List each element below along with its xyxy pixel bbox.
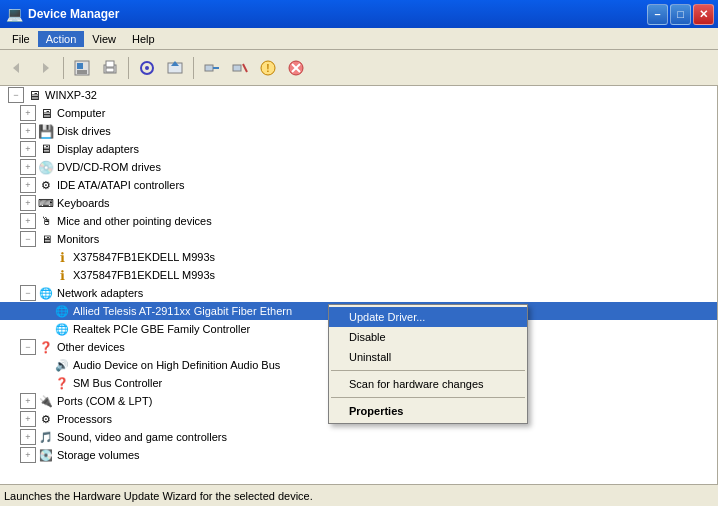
tree-item-network[interactable]: − 🌐 Network adapters [0, 284, 717, 302]
keyboard-icon: ⌨ [38, 195, 54, 211]
svg-rect-8 [106, 68, 114, 72]
print-button[interactable] [97, 55, 123, 81]
tree-item-sound[interactable]: + 🎵 Sound, video and game controllers [0, 428, 717, 446]
network-expander[interactable]: − [20, 285, 36, 301]
tree-root[interactable]: − 🖥 WINXP-32 [0, 86, 717, 104]
uninstall-toolbar-button[interactable] [283, 55, 309, 81]
network-icon: 🌐 [38, 285, 54, 301]
tree-item-computer[interactable]: + 🖥 Computer [0, 104, 717, 122]
storage-expander[interactable]: + [20, 447, 36, 463]
title-bar: 💻 Device Manager – □ ✕ [0, 0, 718, 28]
root-expander[interactable]: − [8, 87, 24, 103]
properties-button[interactable] [69, 55, 95, 81]
tree-item-storage[interactable]: + 💽 Storage volumes [0, 446, 717, 464]
root-label: WINXP-32 [45, 89, 97, 101]
menu-view[interactable]: View [84, 31, 124, 47]
tree-panel[interactable]: − 🖥 WINXP-32 + 🖥 Computer + 💾 Disk drive… [0, 86, 718, 484]
ctx-update-driver[interactable]: Update Driver... [329, 307, 527, 327]
svg-point-10 [145, 66, 149, 70]
display-icon: 🖥 [38, 141, 54, 157]
computer-device-icon: 🖥 [38, 105, 54, 121]
menu-help[interactable]: Help [124, 31, 163, 47]
menu-action[interactable]: Action [38, 31, 85, 47]
ports-icon: 🔌 [38, 393, 54, 409]
forward-button[interactable] [32, 55, 58, 81]
monitor2-icon: ℹ [54, 267, 70, 283]
ctx-disable[interactable]: Disable [329, 327, 527, 347]
monitor1-icon: ℹ [54, 249, 70, 265]
mice-expander[interactable]: + [20, 213, 36, 229]
audio-icon: 🔊 [54, 357, 70, 373]
back-button[interactable] [4, 55, 30, 81]
disable-toolbar-button[interactable]: ! [255, 55, 281, 81]
status-bar: Launches the Hardware Update Wizard for … [0, 484, 718, 506]
svg-marker-1 [43, 63, 49, 73]
svg-rect-14 [213, 67, 219, 69]
tree-item-mon1[interactable]: ℹ X375847FB1EKDELL M993s [0, 248, 717, 266]
ctx-properties[interactable]: Properties [329, 401, 527, 421]
maximize-button[interactable]: □ [670, 4, 691, 25]
update-driver-button[interactable] [162, 55, 188, 81]
ctx-sep-2 [331, 397, 525, 398]
sound-icon: 🎵 [38, 429, 54, 445]
toolbar-sep-1 [63, 57, 64, 79]
toolbar: ! [0, 50, 718, 86]
tree-item-ide[interactable]: + ⚙ IDE ATA/ATAPI controllers [0, 176, 717, 194]
ctx-scan[interactable]: Scan for hardware changes [329, 374, 527, 394]
storage-icon: 💽 [38, 447, 54, 463]
main-content: − 🖥 WINXP-32 + 🖥 Computer + 💾 Disk drive… [0, 86, 718, 484]
other-expander[interactable]: − [20, 339, 36, 355]
minimize-button[interactable]: – [647, 4, 668, 25]
tree-item-dvd[interactable]: + 💿 DVD/CD-ROM drives [0, 158, 717, 176]
svg-rect-7 [106, 61, 114, 67]
dvd-expander[interactable]: + [20, 159, 36, 175]
mouse-icon: 🖱 [38, 213, 54, 229]
keyboards-expander[interactable]: + [20, 195, 36, 211]
tree-item-mon2[interactable]: ℹ X375847FB1EKDELL M993s [0, 266, 717, 284]
computer-icon: 🖥 [26, 87, 42, 103]
ide-expander[interactable]: + [20, 177, 36, 193]
realtek-icon: 🌐 [54, 321, 70, 337]
svg-marker-0 [13, 63, 19, 73]
sound-expander[interactable]: + [20, 429, 36, 445]
ctx-uninstall[interactable]: Uninstall [329, 347, 527, 367]
processors-expander[interactable]: + [20, 411, 36, 427]
scan-button[interactable] [134, 55, 160, 81]
monitors-icon: 🖥 [38, 231, 54, 247]
ide-icon: ⚙ [38, 177, 54, 193]
tree-item-mice[interactable]: + 🖱 Mice and other pointing devices [0, 212, 717, 230]
disk-icon: 💾 [38, 123, 54, 139]
disk-expander[interactable]: + [20, 123, 36, 139]
app-title: Device Manager [28, 7, 119, 21]
app-icon: 💻 [6, 6, 23, 22]
svg-text:!: ! [266, 63, 269, 74]
other-icon: ❓ [38, 339, 54, 355]
title-bar-buttons: – □ ✕ [647, 4, 714, 25]
tree-item-monitors[interactable]: − 🖥 Monitors [0, 230, 717, 248]
toolbar-sep-3 [193, 57, 194, 79]
toolbar-sep-2 [128, 57, 129, 79]
context-menu: Update Driver... Disable Uninstall Scan … [328, 304, 528, 424]
smbus-icon: ❓ [54, 375, 70, 391]
dvd-icon: 💿 [38, 159, 54, 175]
tree-item-disk[interactable]: + 💾 Disk drives [0, 122, 717, 140]
allied-icon: 🌐 [54, 303, 70, 319]
svg-rect-15 [233, 65, 241, 71]
display-expander[interactable]: + [20, 141, 36, 157]
monitors-expander[interactable]: − [20, 231, 36, 247]
computer-expander[interactable]: + [20, 105, 36, 121]
svg-line-16 [243, 64, 247, 72]
menu-file[interactable]: File [4, 31, 38, 47]
menu-bar: File Action View Help [0, 28, 718, 50]
connect-button[interactable] [199, 55, 225, 81]
tree-item-keyboards[interactable]: + ⌨ Keyboards [0, 194, 717, 212]
ctx-sep-1 [331, 370, 525, 371]
processors-icon: ⚙ [38, 411, 54, 427]
tree-item-display[interactable]: + 🖥 Display adapters [0, 140, 717, 158]
disconnect-button[interactable] [227, 55, 253, 81]
status-text: Launches the Hardware Update Wizard for … [4, 490, 313, 502]
close-button[interactable]: ✕ [693, 4, 714, 25]
svg-rect-3 [77, 63, 83, 69]
ports-expander[interactable]: + [20, 393, 36, 409]
title-bar-left: 💻 Device Manager [6, 6, 119, 22]
